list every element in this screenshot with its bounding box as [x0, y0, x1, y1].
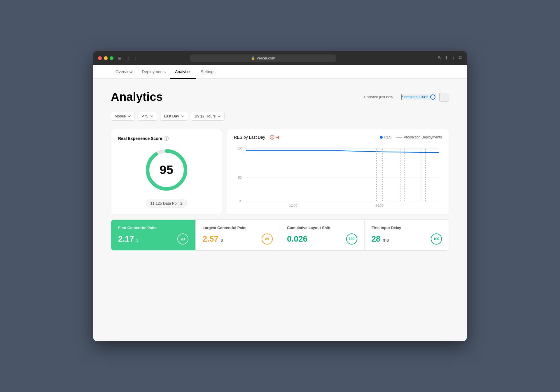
score-value: 95 — [160, 163, 173, 177]
nav-overview[interactable]: Overview — [111, 65, 137, 79]
chevron-down-icon — [217, 115, 221, 118]
url-text: vercel.com — [257, 56, 275, 60]
chart-area: 100 50 0 — [234, 144, 442, 208]
sampling-circle-icon — [430, 94, 435, 100]
metric-lcp-label: Largest Contentful Paint — [203, 226, 273, 230]
sampling-button[interactable]: Sampling 100% — [401, 94, 436, 100]
info-icon[interactable]: i — [164, 136, 169, 141]
metric-lcp-score: 89 — [262, 233, 273, 245]
chevron-down-icon — [150, 115, 153, 118]
chart-svg: 100 50 0 — [234, 144, 442, 208]
metric-cls-score: 100 — [346, 233, 357, 245]
res-card-title: Real Experience Score i — [118, 136, 215, 141]
filter-p75-label: P75 — [141, 114, 148, 118]
maximize-button[interactable] — [110, 56, 113, 60]
cards-row: Real Experience Score i 95 — [111, 129, 449, 215]
browser-actions: ↻ ⬆ ＋ ⧉ — [438, 55, 462, 61]
forward-button[interactable]: › — [134, 55, 137, 61]
minimize-button[interactable] — [104, 56, 108, 60]
updated-text: Updated just now — [364, 95, 393, 99]
metric-lcp: Largest Contentful Paint 2.57 s 89 — [196, 220, 280, 250]
chart-title: RES by Last Day — [234, 135, 265, 140]
res-card: Real Experience Score i 95 — [111, 129, 222, 215]
metric-fid-value: 28 ms — [372, 234, 389, 244]
filter-p75[interactable]: P75 — [138, 112, 157, 121]
metric-lcp-value: 2.57 s — [203, 234, 223, 244]
page-title: Analytics — [111, 90, 163, 103]
metric-cls-label: Cumulative Layout Shift — [287, 226, 357, 230]
metric-fcp-value: 2.17 s — [118, 234, 139, 244]
back-button[interactable]: ‹ — [126, 55, 130, 61]
metric-fid-label: First Input Delay — [372, 226, 442, 230]
metric-fcp-value-row: 2.17 s 93 — [118, 233, 188, 245]
svg-text:50: 50 — [238, 176, 242, 179]
svg-text:24:00: 24:00 — [375, 204, 384, 207]
trend-down-icon — [270, 135, 274, 140]
chart-legend: RES Production Deployments — [380, 135, 442, 139]
filter-mobile-label: Mobile — [115, 114, 126, 118]
filters: Mobile P75 Last Day By 12 Hours — [111, 112, 449, 121]
filter-by-12-hours[interactable]: By 12 Hours — [191, 112, 225, 121]
chart-change-value: -4 — [276, 135, 279, 140]
header-right: Updated just now · Sampling 100% ··· — [364, 93, 449, 101]
nav-bar: Overview Deployments Analytics Settings — [93, 65, 467, 79]
sidebar-toggle-icon[interactable]: ⊞ — [117, 55, 123, 61]
nav-settings[interactable]: Settings — [196, 65, 220, 79]
legend-dashed-line — [396, 137, 402, 138]
nav-deployments[interactable]: Deployments — [137, 65, 170, 79]
chart-card: RES by Last Day -4 R — [227, 129, 449, 215]
close-button[interactable] — [98, 56, 102, 60]
nav-analytics[interactable]: Analytics — [170, 65, 196, 79]
metric-fid-value-row: 28 ms 100 — [372, 233, 442, 245]
metric-fcp-score: 93 — [177, 233, 188, 245]
more-options-button[interactable]: ··· — [440, 93, 449, 101]
legend-deployments: Production Deployments — [396, 135, 442, 139]
page-header: Analytics Updated just now · Sampling 10… — [111, 90, 449, 103]
browser-chrome: ⊞ ‹ › 🔒 vercel.com ↻ ⬆ ＋ ⧉ — [93, 51, 467, 65]
svg-text:100: 100 — [237, 147, 243, 150]
sampling-label: Sampling 100% — [402, 95, 428, 99]
metric-fcp-label: First Contentful Paint — [118, 226, 188, 230]
filter-mobile[interactable]: Mobile — [111, 112, 135, 121]
chart-badge: -4 — [270, 135, 279, 140]
score-circle-container: 95 11,125 Data Points — [118, 147, 215, 208]
new-tab-icon[interactable]: ＋ — [451, 55, 456, 61]
legend-dot-res — [380, 136, 383, 139]
metric-fcp: First Contentful Paint 2.17 s 93 — [111, 220, 196, 250]
address-bar[interactable]: 🔒 vercel.com — [190, 55, 336, 62]
metric-cls-value-row: 0.026 100 — [287, 233, 357, 245]
svg-text:12:00: 12:00 — [289, 204, 298, 207]
page-container: Overview Deployments Analytics Settings … — [93, 65, 467, 341]
metrics-row: First Contentful Paint 2.17 s 93 Largest… — [111, 219, 449, 251]
filter-by-12-hours-label: By 12 Hours — [195, 114, 216, 118]
chevron-down-icon — [181, 115, 184, 118]
metric-cls-value: 0.026 — [287, 234, 308, 244]
svg-text:0: 0 — [239, 199, 241, 203]
tabs-icon[interactable]: ⧉ — [459, 55, 462, 61]
share-icon[interactable]: ⬆ — [444, 55, 448, 61]
dot-separator: · — [397, 95, 398, 99]
chart-header: RES by Last Day -4 R — [234, 135, 442, 140]
chevron-down-icon — [127, 115, 131, 118]
data-points-badge: 11,125 Data Points — [146, 199, 187, 208]
lock-icon: 🔒 — [251, 56, 255, 60]
score-ring: 95 — [143, 147, 190, 193]
metric-fid: First Input Delay 28 ms 100 — [365, 220, 449, 250]
filter-last-day-label: Last Day — [164, 114, 179, 118]
filter-last-day[interactable]: Last Day — [160, 112, 188, 121]
metric-fid-score: 100 — [431, 233, 442, 245]
legend-res: RES — [380, 135, 392, 139]
metric-lcp-value-row: 2.57 s 89 — [203, 233, 273, 245]
traffic-lights — [98, 56, 113, 60]
main-content: Analytics Updated just now · Sampling 10… — [93, 79, 467, 341]
refresh-icon[interactable]: ↻ — [438, 55, 442, 61]
browser-window: ⊞ ‹ › 🔒 vercel.com ↻ ⬆ ＋ ⧉ Overview Depl… — [93, 51, 467, 341]
metric-cls: Cumulative Layout Shift 0.026 100 — [280, 220, 365, 250]
